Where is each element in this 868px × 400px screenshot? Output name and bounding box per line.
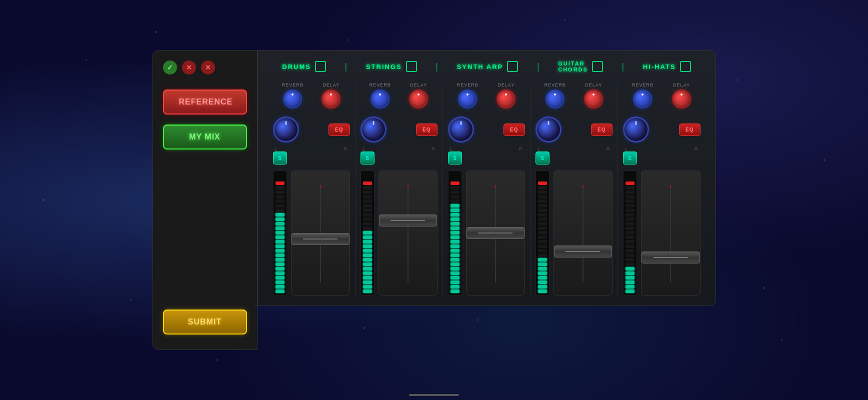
hihats-fader-track	[641, 170, 700, 296]
drums-vu-meter	[273, 170, 287, 296]
close-button-2[interactable]: ✕	[201, 60, 215, 74]
syntharp-eq-button[interactable]: EQ	[504, 124, 524, 136]
vu-seg	[450, 276, 460, 280]
vu-seg	[450, 226, 460, 230]
drums-pan-row: EQ	[273, 116, 350, 142]
drums-delay-knob-dot	[330, 94, 332, 96]
mymix-button[interactable]: MY MIX	[163, 124, 247, 150]
strings-solo-button[interactable]: S	[360, 152, 374, 164]
tab-hi-hats[interactable]: HI-HATS	[643, 61, 691, 72]
tab-guitarchords-label: GUITARCHORDS	[558, 60, 588, 72]
tab-strings[interactable]: STRINGS	[366, 61, 417, 72]
vu-seg	[538, 285, 547, 288]
drums-reverb-label: REVERB	[282, 82, 304, 88]
strings-solo-row: S	[360, 152, 438, 164]
vu-seg	[450, 244, 460, 248]
syntharp-fader-handle[interactable]	[466, 227, 524, 239]
strings-delay-knob[interactable]	[409, 90, 428, 108]
tab-syntharp-label: SYNTH ARP	[457, 63, 504, 70]
hihats-fader-handle[interactable]	[642, 252, 700, 264]
separator-4: |	[622, 62, 624, 72]
guitarchords-delay-knob[interactable]	[584, 90, 603, 108]
syntharp-red-mark	[494, 186, 496, 188]
tab-guitar-chords[interactable]: GUITARCHORDS	[558, 60, 603, 72]
drums-delay-group: DELAY	[322, 82, 340, 108]
strings-fader-track	[378, 170, 438, 296]
syntharp-reverb-label: REVERB	[457, 82, 478, 88]
vu-seg	[363, 249, 372, 252]
vu-seg	[276, 200, 284, 203]
vu-seg	[276, 258, 284, 262]
strings-fader-handle[interactable]	[379, 214, 437, 226]
drums-eq-button[interactable]: EQ	[328, 124, 350, 136]
vu-seg	[276, 244, 284, 248]
drums-reverb-knob-dot	[292, 94, 294, 96]
strings-eq-button[interactable]: EQ	[416, 124, 437, 136]
vu-seg	[450, 249, 460, 252]
close-button-1[interactable]: ✕	[182, 60, 196, 74]
drums-fader-track	[291, 170, 350, 296]
hihats-pan-knob[interactable]	[623, 116, 649, 142]
vu-seg	[538, 226, 547, 230]
syntharp-pan-knob[interactable]	[448, 116, 474, 142]
tab-synth-arp[interactable]: SYNTH ARP	[457, 61, 518, 72]
guitarchords-red-mark	[582, 186, 584, 188]
guitarchords-fader-area	[536, 170, 612, 296]
guitarchords-fader-handle[interactable]	[554, 246, 612, 258]
drums-delay-knob[interactable]	[322, 90, 340, 108]
drums-r-label: R	[344, 146, 348, 152]
vu-seg	[626, 290, 634, 293]
vu-seg	[626, 213, 634, 216]
strings-delay-knob-dot	[418, 94, 420, 96]
vu-seg	[626, 254, 634, 257]
vu-seg	[450, 240, 460, 244]
hihats-reverb-knob[interactable]	[633, 90, 652, 108]
guitarchords-reverb-knob[interactable]	[546, 90, 564, 108]
hihats-eq-button[interactable]: EQ	[679, 124, 700, 136]
syntharp-vu-meter	[448, 170, 462, 296]
syntharp-reverb-knob[interactable]	[458, 90, 477, 108]
vu-seg	[276, 249, 284, 252]
syntharp-solo-row: S	[448, 152, 525, 164]
strings-reverb-group: REVERB	[370, 82, 391, 108]
guitarchords-lr-label: L R	[536, 146, 612, 152]
guitarchords-pan-knob-dot	[548, 121, 549, 125]
guitarchords-fx-row: REVERB DELAY	[536, 82, 612, 108]
vu-seg	[276, 190, 284, 194]
drums-fader-handle[interactable]	[292, 233, 350, 245]
vu-seg	[450, 267, 460, 270]
drums-red-mark	[320, 186, 321, 188]
vu-seg	[626, 200, 634, 203]
drums-delay-label: DELAY	[322, 82, 340, 88]
confirm-button[interactable]: ✓	[163, 60, 177, 74]
app-container: ✓ ✕ ✕ REFERENCE MY MIX SUBMIT DRUMS | ST…	[152, 50, 716, 350]
guitarchords-eq-button[interactable]: EQ	[591, 124, 612, 136]
syntharp-solo-button[interactable]: S	[448, 152, 462, 164]
vu-seg	[276, 236, 284, 239]
tab-strings-icon	[406, 61, 417, 72]
hihats-reverb-label: REVERB	[632, 82, 654, 88]
vu-seg	[363, 218, 372, 221]
vu-seg	[276, 182, 284, 185]
vu-seg	[363, 231, 372, 234]
strings-reverb-knob[interactable]	[370, 90, 390, 108]
vu-seg	[626, 204, 634, 208]
guitarchords-solo-button[interactable]: S	[536, 152, 550, 164]
hihats-delay-knob[interactable]	[672, 90, 691, 108]
strings-pan-knob[interactable]	[360, 116, 386, 142]
drums-pan-knob[interactable]	[273, 116, 299, 142]
tab-drums[interactable]: DRUMS	[282, 61, 326, 72]
drums-reverb-knob[interactable]	[283, 90, 302, 108]
reference-button[interactable]: REFERENCE	[163, 90, 247, 114]
syntharp-fx-row: REVERB DELAY	[448, 82, 525, 108]
vu-seg	[538, 290, 547, 293]
vu-seg	[363, 200, 372, 203]
syntharp-pan-knob-dot	[460, 121, 462, 125]
hihats-solo-button[interactable]: S	[623, 152, 637, 164]
submit-button[interactable]: SUBMIT	[163, 310, 247, 334]
drums-solo-button[interactable]: S	[273, 152, 287, 164]
guitarchords-pan-knob[interactable]	[536, 116, 562, 142]
syntharp-delay-knob[interactable]	[496, 90, 516, 108]
vu-seg	[450, 272, 460, 275]
channel-hi-hats: REVERB DELAY	[618, 82, 706, 296]
